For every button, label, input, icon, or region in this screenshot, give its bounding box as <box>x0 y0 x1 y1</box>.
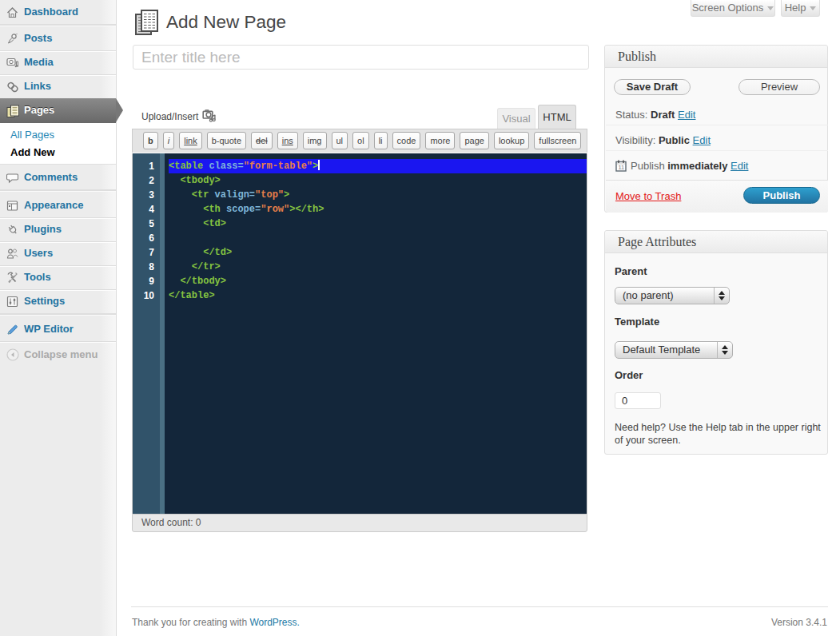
svg-text:11: 11 <box>618 164 624 171</box>
